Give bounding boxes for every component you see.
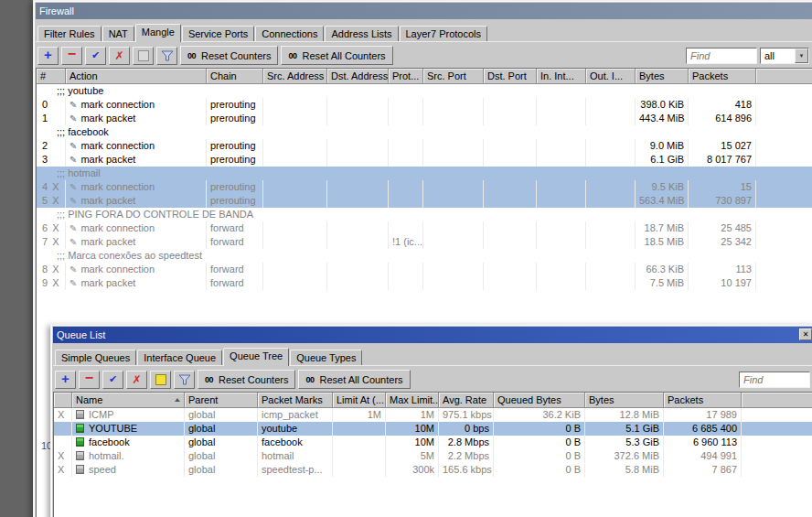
rule-number: 7X: [37, 235, 66, 249]
rule-action: ✎mark packet: [66, 153, 207, 167]
column-header-src-port[interactable]: Src. Port: [423, 69, 484, 84]
column-header-packet-marks[interactable]: Packet Marks: [258, 393, 333, 408]
rule-src-port: [423, 139, 484, 153]
rule-chain: prerouting: [207, 139, 263, 153]
queue-row[interactable]: XICMPglobalicmp_packet1M1M975.1 kbps36.2…: [54, 408, 812, 422]
column-header-packets[interactable]: Packets: [664, 393, 742, 408]
column-header-name[interactable]: Name: [72, 393, 185, 408]
rule-chain: prerouting: [207, 180, 263, 194]
reset-counters-button[interactable]: 00 Reset Counters: [180, 46, 278, 65]
firewall-comment-row[interactable]: ;;; Marca conexões ao speedtest: [37, 249, 812, 263]
reset-all-counters-icon: 00: [305, 375, 314, 384]
rule-action: ✎mark connection: [66, 221, 207, 235]
firewall-rule-row[interactable]: 6X✎mark connectionforward18.7 MiB25 485: [37, 221, 812, 235]
column-header-dst-address[interactable]: Dst. Address: [327, 69, 389, 84]
firewall-rule-row[interactable]: 5X✎mark packetprerouting563.4 MiB730 897: [37, 194, 812, 208]
comment-button[interactable]: [133, 47, 154, 65]
filter-scope-dropdown[interactable]: all ▼: [760, 48, 809, 64]
rule-dst-address: [327, 194, 389, 208]
filter-button[interactable]: [174, 371, 195, 389]
comment-button[interactable]: [150, 371, 171, 389]
column-header-bytes[interactable]: Bytes: [585, 393, 664, 408]
close-button[interactable]: ✕: [799, 329, 812, 340]
column-header-bytes[interactable]: Bytes: [636, 69, 689, 84]
queue-avg-rate: 2.8 Mbps: [439, 436, 494, 449]
rule-src-address: [263, 235, 327, 249]
queue-tab-queue-tree[interactable]: Queue Tree: [223, 348, 289, 366]
firewall-tab-mangle[interactable]: Mangle: [135, 24, 181, 42]
remove-queue-button[interactable]: −: [79, 371, 100, 389]
rule-bytes: 443.4 MiB: [636, 112, 689, 125]
row-filler: [756, 276, 812, 290]
queue-list-titlebar[interactable]: Queue List ✕: [53, 327, 812, 343]
column-header-parent[interactable]: Parent: [185, 393, 258, 408]
queue-row[interactable]: Xspeedglobalspeedtest-p...300k165.6 kbps…: [54, 463, 812, 477]
firewall-tab-filter-rules[interactable]: Filter Rules: [37, 26, 102, 41]
rule-bytes: 66.3 KiB: [636, 263, 689, 276]
queue-row[interactable]: facebookglobalfacebook10M2.8 Mbps0 B5.3 …: [54, 436, 812, 449]
column-header-avg-rate[interactable]: Avg. Rate: [439, 393, 494, 408]
column-header-flag[interactable]: [54, 393, 72, 408]
rule-bytes: 563.4 MiB: [636, 194, 689, 208]
column-header-limit-at[interactable]: Limit At (...: [333, 393, 386, 408]
reset-all-counters-button[interactable]: 00 Reset All Counters: [298, 370, 410, 389]
disable-rule-button[interactable]: ✗: [109, 47, 130, 65]
add-rule-button[interactable]: +: [37, 47, 59, 65]
firewall-tab-connections[interactable]: Connections: [255, 26, 324, 41]
filter-button[interactable]: [156, 47, 177, 65]
queue-parent: global: [185, 463, 258, 477]
disable-queue-button[interactable]: ✗: [126, 371, 147, 389]
queue-tab-simple-queues[interactable]: Simple Queues: [55, 350, 136, 365]
find-input[interactable]: [686, 48, 757, 64]
firewall-comment-row[interactable]: ;;; PING FORA DO CONTROLE DE BANDA: [37, 208, 812, 221]
queue-row[interactable]: YOUTUBEglobalyoutube10M0 bps0 B5.1 GiB6 …: [54, 422, 812, 436]
column-header-max-limit[interactable]: Max Limit...: [386, 393, 439, 408]
column-header-src-address[interactable]: Src. Address: [263, 69, 327, 84]
column-header-in-int[interactable]: In. Int...: [537, 69, 586, 84]
add-queue-button[interactable]: +: [55, 371, 76, 389]
firewall-tab-layer7-protocols[interactable]: Layer7 Protocols: [400, 26, 488, 41]
queue-table-body: XICMPglobalicmp_packet1M1M975.1 kbps36.2…: [54, 408, 812, 517]
firewall-tab-address-lists[interactable]: Address Lists: [325, 26, 398, 41]
firewall-rule-row[interactable]: 0✎mark connectionprerouting398.0 KiB418: [37, 98, 812, 112]
reset-counters-button[interactable]: 00 Reset Counters: [198, 370, 295, 389]
enable-queue-button[interactable]: ✔: [102, 371, 123, 389]
queue-tab-interface-queue[interactable]: Interface Queue: [137, 350, 222, 365]
column-header-flag[interactable]: #: [37, 69, 66, 84]
rule-dst-port: [484, 221, 537, 235]
rule-out-interface: [586, 194, 636, 208]
column-header-out-i[interactable]: Out. I...: [586, 69, 636, 84]
column-header-chain[interactable]: Chain: [207, 69, 263, 84]
queue-tab-queue-types[interactable]: Queue Types: [290, 350, 362, 365]
reset-all-counters-button[interactable]: 00 Reset All Counters: [281, 46, 392, 65]
firewall-rule-row[interactable]: 7X✎mark packetforward!1 (ic...18.5 MiB25…: [37, 235, 812, 249]
column-header-prot[interactable]: Prot...: [389, 69, 423, 84]
column-header-action[interactable]: Action: [66, 69, 207, 84]
column-header-queued-bytes[interactable]: Queued Bytes: [494, 393, 585, 408]
firewall-rule-row[interactable]: 1✎mark packetprerouting443.4 MiB614 896: [37, 112, 812, 125]
firewall-titlebar[interactable]: Firewall: [36, 3, 812, 19]
rule-src-port: [423, 153, 484, 167]
remove-rule-button[interactable]: −: [61, 47, 82, 65]
firewall-tab-service-ports[interactable]: Service Ports: [182, 26, 254, 41]
find-input[interactable]: [739, 372, 810, 388]
firewall-rule-row[interactable]: 4X✎mark connectionprerouting9.5 KiB15: [37, 180, 812, 194]
rule-src-address: [263, 112, 327, 125]
column-header-packets[interactable]: Packets: [689, 69, 756, 84]
firewall-comment-row[interactable]: ;;; youtube: [37, 84, 812, 98]
firewall-rule-row[interactable]: 9X✎mark packetforward7.5 MiB10 197: [37, 276, 812, 290]
firewall-comment-row[interactable]: ;;; facebook: [37, 125, 812, 139]
rule-packets: 113: [689, 263, 756, 276]
firewall-rule-row[interactable]: 3✎mark packetprerouting6.1 GiB8 017 767: [37, 153, 812, 167]
firewall-tab-nat[interactable]: NAT: [102, 26, 134, 41]
column-header-dst-port[interactable]: Dst. Port: [484, 69, 537, 84]
queue-queued-bytes: 0 B: [494, 422, 585, 436]
firewall-rule-row[interactable]: 2✎mark connectionprerouting9.0 MiB15 027: [37, 139, 812, 153]
queue-name-label: ICMP: [89, 409, 114, 420]
queue-row[interactable]: Xhotmail.globalhotmail5M2.2 Mbps0 B372.6…: [54, 449, 812, 463]
firewall-comment-row[interactable]: ;;; hotmail: [37, 167, 812, 180]
rule-dst-port: [484, 139, 537, 153]
firewall-rule-row[interactable]: 8X✎mark connectionforward66.3 KiB113: [37, 263, 812, 276]
enable-rule-button[interactable]: ✔: [85, 47, 106, 65]
queue-packet-marks: icmp_packet: [258, 408, 333, 422]
